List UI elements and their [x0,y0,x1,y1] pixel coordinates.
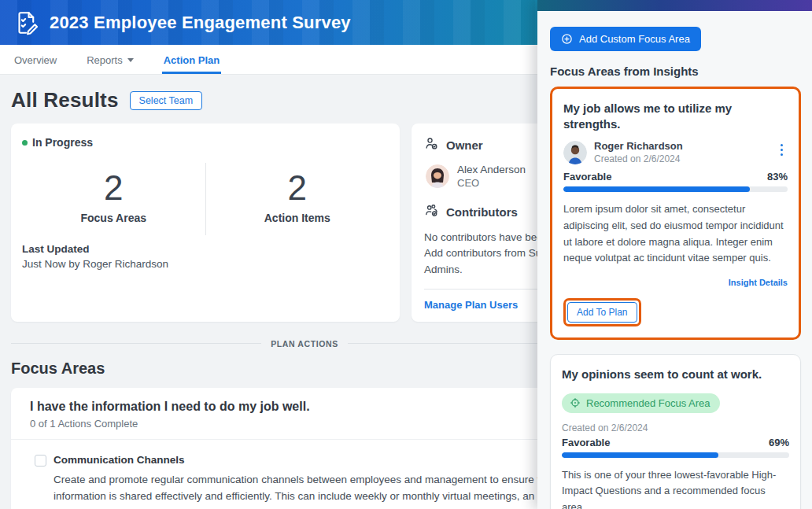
insight-description: This is one of your three lowest-favorab… [562,467,789,509]
add-to-plan-highlight-ring: Add To Plan [563,298,641,326]
survey-doc-pencil-icon [13,9,39,36]
main-content: All Results Select Team In Progress 2 Fo… [0,75,609,509]
insight-card-strengths: My job allows me to utilize my strengths… [550,87,801,340]
tab-action-plan-label: Action Plan [164,54,220,66]
author-name: Roger Richardson [594,140,683,152]
focus-areas-label: Focus Areas [22,212,205,224]
contributors-icon [424,203,439,220]
kebab-menu-icon[interactable] [776,140,788,160]
tab-reports[interactable]: Reports [85,48,135,74]
action-items-label: Action Items [206,212,389,224]
favorable-bar-track [563,186,788,192]
select-team-button[interactable]: Select Team [130,91,203,110]
insights-panel: Add Custom Focus Area Focus Areas from I… [537,0,812,509]
plan-status-card: In Progress 2 Focus Areas 2 Action Items… [11,124,400,322]
favorable-percent: 83% [767,171,788,183]
favorable-label: Favorable [562,437,610,448]
favorable-bar-track [562,452,789,458]
focus-area-card: I have the information I need to do my j… [11,388,598,509]
plus-circle-icon [561,33,573,45]
chevron-down-icon [127,58,134,62]
last-updated-value: Just Now by Roger Richardson [22,258,389,270]
badge-label: Recommended Focus Area [586,397,710,409]
favorable-bar-fill [563,186,750,192]
last-updated-label: Last Updated [22,243,389,255]
created-date: Created on 2/6/2024 [562,422,789,433]
insight-title: My job allows me to utilize my strengths… [563,101,788,131]
insight-title: My opinions seem to count at work. [562,367,789,382]
tab-overview[interactable]: Overview [13,48,58,74]
action-items-count: 2 [206,169,389,207]
page-title: 2023 Employee Engagement Survey [50,13,351,33]
action-item-checkbox[interactable] [35,455,46,467]
favorable-percent: 69% [769,437,789,448]
tab-action-plan[interactable]: Action Plan [162,48,222,74]
author-avatar [563,141,587,164]
plan-actions-divider: PLAN ACTIONS [11,339,598,349]
recommended-focus-area-badge: Recommended Focus Area [562,393,720,413]
favorable-label: Favorable [563,171,611,183]
stat-action-items: 2 Action Items [205,163,389,235]
insight-description: Lorem ipsum dolor sit amet, consectetur … [563,201,788,267]
focus-areas-heading: Focus Areas [11,360,598,378]
plan-actions-label: PLAN ACTIONS [271,339,338,349]
owner-name: Alex Anderson [457,164,526,175]
insight-card-opinions: My opinions seem to count at work. Recom… [550,354,801,509]
target-icon [570,397,581,408]
insights-heading: Focus Areas from Insights [550,65,801,78]
add-custom-focus-area-label: Add Custom Focus Area [579,33,690,45]
panel-gradient-bar [537,0,812,11]
status-badge: In Progress [22,136,389,149]
contributors-label: Contributors [446,205,518,219]
tab-reports-label: Reports [87,54,123,66]
owner-label: Owner [446,138,483,152]
divider-line [11,343,261,344]
insight-details-link[interactable]: Insight Details [729,278,788,287]
status-dot-icon [22,140,28,146]
owner-title: CEO [457,177,526,189]
action-item-title: Communication Channels [54,454,579,466]
created-date: Created on 2/6/2024 [594,153,683,164]
focus-area-question: I have the information I need to do my j… [30,400,579,414]
action-item-row: Communication Channels Create and promot… [11,440,598,509]
owner-icon [424,136,439,153]
owner-avatar [426,164,449,188]
results-heading: All Results [11,88,119,112]
stat-focus-areas: 2 Focus Areas [22,163,205,235]
action-item-description: Create and promote regular communication… [54,471,579,509]
add-to-plan-button[interactable]: Add To Plan [567,302,637,323]
tab-overview-label: Overview [14,54,57,66]
favorable-bar-fill [562,452,718,458]
focus-area-progress: 0 of 1 Actions Complete [30,418,579,430]
status-label: In Progress [32,136,93,149]
focus-areas-count: 2 [22,169,205,207]
add-custom-focus-area-button[interactable]: Add Custom Focus Area [550,27,701,51]
